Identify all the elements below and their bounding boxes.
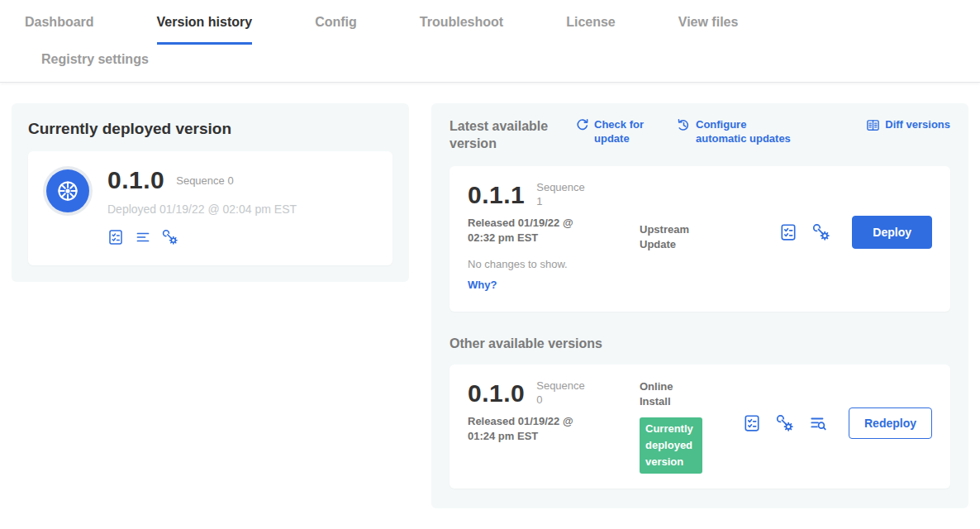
diff-versions-label: Diff versions [885,118,950,132]
latest-source-column: Upstream Update [640,222,737,252]
file-search-icon[interactable] [809,414,827,432]
currently-deployed-panel: Currently deployed version 0.1.0 Sequenc… [12,103,409,282]
deploy-button[interactable]: Deploy [852,216,932,249]
tab-view-files[interactable]: View files [678,15,739,45]
tab-config[interactable]: Config [315,15,357,45]
tab-version-history[interactable]: Version history [157,15,253,45]
tab-license[interactable]: License [566,15,616,45]
nav-row-1: Dashboard Version history Config Trouble… [25,15,980,45]
no-changes-text: No changes to show. [468,258,640,270]
configure-automatic-updates-label: Configure automatic updates [696,118,797,146]
other-version-number: 0.1.0 [468,379,525,407]
redeploy-button[interactable]: Redeploy [849,407,932,439]
wrench-gear-icon[interactable] [776,414,794,432]
latest-available-title: Latest available version [450,118,550,153]
latest-version-header: Latest available version Check for updat… [450,118,950,153]
nav-row-2: Registry settings [25,45,980,82]
current-version-actions [107,229,297,245]
latest-sequence-label: Sequence 1 [536,181,589,209]
other-version-info: 0.1.0 Sequence 0 Released 01/19/22 @ 01:… [468,379,640,446]
current-version-info: 0.1.0 Sequence 0 Deployed 01/19/22 @ 02:… [107,166,297,245]
check-for-update-label: Check for update [594,118,652,146]
latest-version-row: 0.1.1 Sequence 1 [468,181,640,209]
other-source-column: Online Install Currently deployed versio… [640,379,737,474]
diff-versions-link[interactable]: Diff versions [866,118,950,132]
file-lines-icon[interactable] [135,229,151,245]
tab-troubleshoot[interactable]: Troubleshoot [420,15,503,45]
deployed-timestamp: Deployed 01/19/22 @ 02:04 pm EST [107,203,297,216]
current-version-card: 0.1.0 Sequence 0 Deployed 01/19/22 @ 02:… [28,151,392,265]
latest-version-info: 0.1.1 Sequence 1 Released 01/19/22 @ 02:… [468,181,640,293]
other-version-card: 0.1.0 Sequence 0 Released 01/19/22 @ 01:… [450,365,950,489]
latest-version-actions: Deploy [779,216,932,249]
kubernetes-icon [46,169,89,212]
wrench-gear-icon[interactable] [162,229,178,245]
check-for-update-link[interactable]: Check for update [575,118,652,146]
clock-refresh-icon [677,118,691,132]
latest-version-number: 0.1.1 [468,181,525,209]
refresh-arrow-icon [575,118,589,132]
latest-released-timestamp: Released 01/19/22 @ 02:32 pm EST [468,216,585,247]
wrench-gear-icon[interactable] [812,223,830,241]
tab-dashboard[interactable]: Dashboard [25,15,94,45]
current-version-number: 0.1.0 [107,166,164,194]
online-install-label: Online Install [640,379,699,409]
current-version-row: 0.1.0 Sequence 0 [107,166,297,194]
configure-automatic-updates-link[interactable]: Configure automatic updates [677,118,797,146]
checklist-icon[interactable] [107,229,124,245]
other-version-actions: Redeploy [743,407,932,439]
current-sequence-label: Sequence 0 [176,174,233,187]
top-nav: Dashboard Version history Config Trouble… [0,0,980,83]
checklist-icon[interactable] [743,414,761,432]
why-link[interactable]: Why? [468,279,497,291]
upstream-update-label: Upstream Update [640,222,699,252]
checklist-icon[interactable] [779,223,797,241]
diff-columns-icon [866,118,880,132]
other-released-timestamp: Released 01/19/22 @ 01:24 pm EST [468,414,585,446]
latest-version-card: 0.1.1 Sequence 1 Released 01/19/22 @ 02:… [450,166,950,312]
other-sequence-label: Sequence 0 [536,379,589,407]
tab-registry-settings[interactable]: Registry settings [41,52,980,67]
other-version-row: 0.1.0 Sequence 0 [468,379,640,407]
main-content: Currently deployed version 0.1.0 Sequenc… [0,83,980,529]
available-versions-panel: Latest available version Check for updat… [431,103,968,508]
currently-deployed-title: Currently deployed version [28,120,392,138]
other-versions-title: Other available versions [450,336,950,351]
currently-deployed-badge: Currently deployed version [640,417,702,474]
